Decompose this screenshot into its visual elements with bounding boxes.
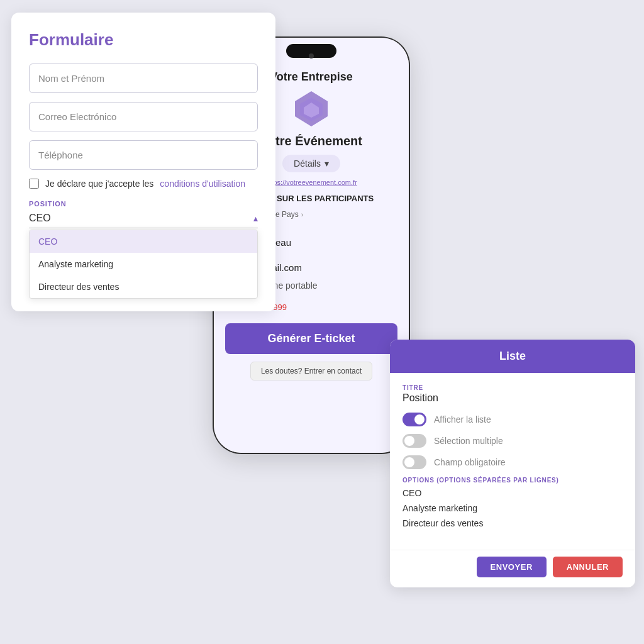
toggle-champ-knob	[404, 457, 414, 467]
liste-footer: ENVOYER ANNULER	[390, 550, 635, 587]
toggle-selection[interactable]	[402, 434, 426, 448]
dropdown-item-analyste[interactable]: Analyste marketing	[30, 253, 257, 275]
generate-eticket-button[interactable]: Générer E-ticket	[225, 323, 397, 354]
terms-checkbox[interactable]	[29, 179, 39, 189]
chevron-right-icon: ›	[301, 211, 304, 218]
position-label: POSITION	[29, 200, 258, 208]
options-value: CEOAnalyste marketingDirecteur des vente…	[402, 486, 623, 531]
position-dropdown: CEO Analyste marketing Directeur des ven…	[29, 230, 258, 299]
toggle-afficher-label: Afficher la liste	[434, 414, 491, 425]
titre-value: Position	[402, 392, 623, 404]
envoyer-button[interactable]: ENVOYER	[477, 557, 547, 577]
toggle-selection-knob	[404, 436, 414, 446]
toggle-selection-row: Sélection multiple	[402, 434, 623, 448]
phone-notch	[286, 44, 336, 58]
chevron-up-icon: ▴	[253, 213, 258, 223]
position-section: POSITION CEO ▴ CEO Analyste marketing Di…	[29, 200, 258, 299]
toggle-selection-label: Sélection multiple	[434, 436, 503, 446]
options-label: OPTIONS (OPTIONS SÉPARÉES PAR LIGNES)	[402, 477, 623, 484]
liste-body: TITRE Position Afficher la liste Sélecti…	[390, 373, 635, 550]
phone-input[interactable]	[29, 140, 258, 170]
titre-label: TITRE	[402, 384, 623, 391]
dropdown-item-ceo[interactable]: CEO	[30, 230, 257, 253]
toggle-champ[interactable]	[402, 455, 426, 469]
chevron-down-icon: ▾	[325, 158, 329, 169]
phone-camera	[309, 53, 314, 58]
details-label: Détails	[294, 158, 321, 169]
liste-panel: Liste TITRE Position Afficher la liste S…	[390, 340, 635, 587]
annuler-button[interactable]: ANNULER	[553, 557, 623, 577]
dropdown-item-directeur[interactable]: Directeur des ventes	[30, 275, 257, 298]
toggle-afficher-knob	[414, 414, 425, 425]
position-value: CEO	[29, 213, 51, 224]
liste-header: Liste	[390, 340, 635, 373]
email-input[interactable]	[29, 102, 258, 131]
formulaire-panel: Formulaire Je déclare que j'accepte les …	[11, 13, 275, 311]
toggle-champ-label: Champ obligatoire	[434, 457, 506, 467]
toggle-champ-row: Champ obligatoire	[402, 455, 623, 469]
terms-link[interactable]: conditions d'utilisation	[160, 179, 245, 189]
contact-button[interactable]: Les doutes? Entrer en contact	[250, 362, 372, 380]
formulaire-title: Formulaire	[29, 30, 258, 50]
toggle-afficher-row: Afficher la liste	[402, 413, 623, 426]
name-input[interactable]	[29, 64, 258, 93]
position-select-row[interactable]: CEO ▴	[29, 209, 258, 228]
details-button[interactable]: Détails ▾	[282, 155, 340, 172]
toggle-afficher[interactable]	[402, 413, 426, 426]
terms-checkbox-row: Je déclare que j'accepte les conditions …	[29, 179, 258, 189]
checkbox-text: Je déclare que j'accepte les	[45, 179, 153, 189]
